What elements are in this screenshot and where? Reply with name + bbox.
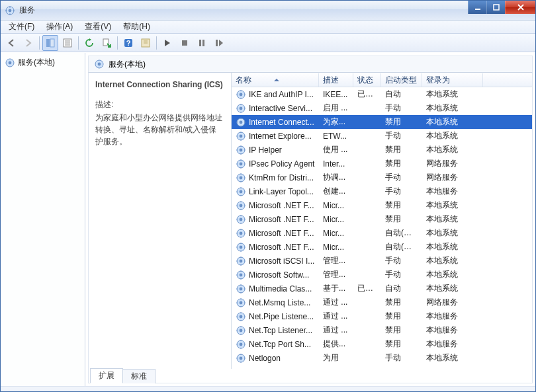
close-button[interactable] — [505, 1, 535, 14]
service-logon: 本地系统 — [422, 283, 483, 294]
minimize-button[interactable] — [468, 1, 486, 14]
service-desc: 管理... — [319, 269, 353, 280]
pane-header-label: 服务(本地) — [109, 59, 146, 70]
service-name: Link-Layer Topol... — [249, 187, 314, 196]
service-row[interactable]: Microsoft .NET F...Micr...自动(延迟...本地系统 — [232, 240, 532, 254]
svg-point-1 — [9, 9, 12, 12]
tree-root-label: 服务(本地) — [18, 57, 55, 68]
filter-button[interactable] — [138, 35, 154, 51]
sort-ascending-icon — [274, 79, 279, 81]
show-hide-tree-button[interactable] — [42, 35, 58, 51]
service-name: Internet Explore... — [249, 132, 312, 141]
service-name: Microsoft Softw... — [249, 270, 309, 280]
service-start: 手动 — [381, 130, 422, 141]
service-desc: 通过 ... — [319, 325, 353, 336]
tab-standard[interactable]: 标准 — [122, 369, 156, 383]
service-start: 禁用 — [381, 144, 422, 155]
gear-icon — [236, 339, 246, 350]
tree-root-services[interactable]: 服务(本地) — [2, 56, 83, 69]
service-row[interactable]: Internet Explore...ETW...手动本地系统 — [232, 129, 532, 143]
service-start: 手动 — [381, 255, 422, 266]
service-row[interactable]: Multimedia Clas...基于...已启动自动本地系统 — [232, 282, 532, 295]
pane-header: 服务(本地) — [88, 56, 533, 73]
service-row[interactable]: Microsoft Softw...管理...手动本地系统 — [232, 268, 532, 282]
restart-service-button[interactable] — [211, 35, 227, 51]
gear-icon — [236, 270, 246, 280]
service-logon: 本地系统 — [422, 255, 483, 266]
pause-service-button[interactable] — [194, 35, 210, 51]
service-name: Microsoft .NET F... — [249, 229, 314, 238]
properties-button[interactable] — [60, 35, 75, 51]
service-row[interactable]: Interactive Servi...启用 ...手动本地系统 — [232, 101, 532, 115]
service-logon: 网络服务 — [422, 297, 483, 308]
service-row[interactable]: Link-Layer Topol...创建...手动本地服务 — [232, 184, 532, 198]
gear-icon — [236, 103, 246, 114]
window-title: 服务 — [19, 5, 35, 16]
services-list: 名称 描述 状态 启动类型 登录为 IKE and AuthIP I...IKE… — [232, 73, 532, 369]
toolbar-separator — [39, 36, 40, 50]
menu-view[interactable]: 查看(V) — [79, 20, 116, 33]
column-header-status[interactable]: 状态 — [353, 73, 381, 87]
toolbar-separator — [117, 36, 118, 50]
service-start: 自动 — [381, 89, 422, 100]
service-row[interactable]: IPsec Policy AgentInter...禁用网络服务 — [232, 157, 532, 171]
column-header-name[interactable]: 名称 — [232, 73, 319, 87]
service-row[interactable]: IKE and AuthIP I...IKEE...已启动自动本地系统 — [232, 87, 532, 101]
service-status: 已启动 — [353, 89, 381, 100]
export-button[interactable] — [99, 35, 114, 51]
start-service-button[interactable] — [159, 35, 175, 51]
service-row[interactable]: Microsoft .NET F...Micr...禁用本地系统 — [232, 198, 532, 212]
svg-point-59 — [240, 162, 243, 165]
service-name: KtmRm for Distri... — [249, 173, 314, 182]
svg-rect-22 — [202, 40, 204, 46]
svg-point-65 — [240, 176, 243, 179]
content-body: 服务(本地) 服务(本地) Internet Connection Sharin… — [1, 52, 535, 386]
service-logon: 网络服务 — [422, 158, 483, 169]
column-header-desc[interactable]: 描述 — [319, 73, 353, 87]
refresh-button[interactable] — [81, 35, 97, 51]
service-row[interactable]: KtmRm for Distri...协调...手动网络服务 — [232, 171, 532, 184]
service-name: Microsoft .NET F... — [249, 243, 314, 252]
maximize-button[interactable] — [486, 1, 505, 14]
list-body[interactable]: IKE and AuthIP I...IKEE...已启动自动本地系统Inter… — [232, 87, 532, 369]
gear-icon — [236, 325, 246, 336]
forward-button[interactable] — [21, 35, 36, 51]
service-desc: Micr... — [319, 243, 353, 252]
service-row[interactable]: IP Helper使用 ...禁用本地系统 — [232, 143, 532, 157]
service-row[interactable]: Net.Tcp Port Sh...提供...禁用本地服务 — [232, 337, 532, 351]
service-row[interactable]: Microsoft iSCSI I...管理...手动本地系统 — [232, 254, 532, 268]
service-start: 手动 — [381, 186, 422, 197]
service-row[interactable]: Net.Msmq Liste...通过 ...禁用网络服务 — [232, 295, 532, 309]
service-logon: 本地系统 — [422, 214, 483, 225]
service-logon: 本地服务 — [422, 338, 483, 350]
column-header-startup[interactable]: 启动类型 — [381, 73, 422, 87]
service-status: 已启动 — [353, 283, 381, 294]
menu-help[interactable]: 帮助(H) — [118, 20, 156, 33]
svg-point-125 — [240, 315, 243, 318]
service-row[interactable]: Net.Pipe Listene...通过 ...禁用本地服务 — [232, 309, 532, 323]
service-row[interactable]: Netlogon为用手动本地系统 — [232, 351, 532, 365]
svg-point-101 — [240, 259, 243, 262]
svg-point-137 — [240, 342, 243, 346]
gear-icon — [236, 159, 246, 169]
service-desc: 为用 — [319, 352, 353, 364]
tab-extended[interactable]: 扩展 — [90, 368, 123, 383]
list-header: 名称 描述 状态 启动类型 登录为 — [232, 73, 532, 87]
service-logon: 本地系统 — [422, 241, 483, 253]
service-row[interactable]: Internet Connect...为家...禁用本地系统 — [232, 115, 532, 129]
gear-icon — [236, 117, 246, 128]
menu-file[interactable]: 文件(F) — [3, 20, 40, 33]
service-row[interactable]: Microsoft .NET F...Micr...自动(延迟...本地系统 — [232, 226, 532, 240]
service-desc: ETW... — [319, 132, 353, 141]
help-button[interactable]: ? — [120, 35, 136, 51]
column-header-logon[interactable]: 登录为 — [422, 73, 483, 87]
service-row[interactable]: Net.Tcp Listener...通过 ...禁用本地服务 — [232, 323, 532, 337]
menu-action[interactable]: 操作(A) — [41, 20, 78, 33]
svg-rect-9 — [50, 39, 54, 47]
svg-point-77 — [240, 204, 243, 207]
back-button[interactable] — [3, 35, 19, 51]
service-start: 禁用 — [381, 214, 422, 225]
stop-service-button[interactable] — [177, 35, 193, 51]
footer-strip — [1, 386, 535, 391]
service-row[interactable]: Microsoft .NET F...Micr...禁用本地系统 — [232, 212, 532, 226]
